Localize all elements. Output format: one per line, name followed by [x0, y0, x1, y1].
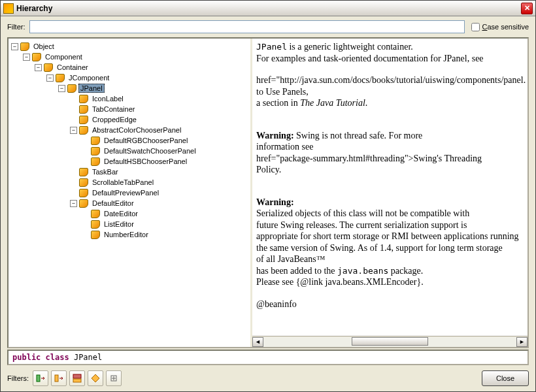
class-icon: [32, 53, 41, 61]
case-sensitive-checkbox[interactable]: Case sensitive: [471, 23, 529, 31]
tree-node[interactable]: Object: [31, 42, 56, 51]
doc-text: future Swing releases. The current seria…: [256, 220, 524, 231]
svg-rect-0: [37, 375, 40, 382]
filter-bar: Filter: Case sensitive: [1, 16, 535, 36]
class-icon: [79, 168, 88, 176]
tree-node[interactable]: CroppedEdge: [90, 115, 139, 124]
class-icon: [44, 63, 53, 72]
doc-text: the same version of Swing. As of 1.4, su…: [256, 242, 524, 254]
filter-fields-button[interactable]: [33, 370, 48, 386]
hierarchy-window: Hierarchy ✕ Filter: Case sensitive −Obje…: [0, 0, 536, 392]
tree-node[interactable]: IconLabel: [90, 94, 126, 103]
doc-text: appropriate for short term storage or RM…: [256, 231, 524, 242]
doc-text: Policy.: [256, 164, 524, 176]
tree-node[interactable]: DefaultHSBChooserPanel: [102, 157, 189, 166]
main-split: −Object −Component −Container −JComponen…: [7, 37, 529, 348]
filter-static-button[interactable]: [51, 370, 67, 386]
class-icon: [79, 199, 88, 208]
class-icon: [79, 95, 88, 103]
tree-node[interactable]: NumberEditor: [102, 230, 150, 239]
bottom-bar: Filters: Close: [1, 368, 535, 391]
window-close-icon[interactable]: ✕: [521, 3, 533, 14]
window-title: Hierarchy: [16, 4, 521, 13]
class-icon: [91, 157, 100, 166]
class-icon: [56, 74, 65, 82]
filter-label: Filter:: [7, 23, 25, 31]
filter-input[interactable]: [29, 20, 465, 33]
signature-bar: public class JPanel: [7, 350, 529, 365]
tree-node[interactable]: DateEditor: [102, 209, 140, 218]
tree-node[interactable]: ListEditor: [102, 220, 136, 229]
filter-nonpublic-button[interactable]: [88, 370, 103, 386]
app-icon: [3, 3, 14, 14]
expand-toggle[interactable]: −: [58, 85, 65, 92]
doc-text: has been added to the: [256, 266, 337, 276]
titlebar: Hierarchy ✕: [1, 1, 535, 16]
class-icon: [91, 147, 100, 155]
class-icon: [79, 178, 88, 187]
tree-node[interactable]: TaskBar: [90, 167, 120, 176]
expand-all-button[interactable]: [106, 370, 122, 386]
tree-node[interactable]: JComponent: [67, 73, 111, 82]
doc-text: is a generic lightweight container.: [287, 42, 413, 52]
tree-node[interactable]: DefaultPreviewPanel: [90, 188, 161, 197]
doc-text: For examples and task-oriented documenta…: [256, 53, 524, 65]
doc-text: Warning:: [256, 131, 294, 140]
close-button[interactable]: Close: [482, 370, 529, 386]
tree-node[interactable]: Component: [43, 52, 84, 61]
doc-text: java.beans: [337, 266, 388, 276]
doc-text: Warning:: [256, 197, 294, 207]
doc-text: JPanel: [256, 42, 287, 52]
expand-toggle[interactable]: −: [46, 74, 54, 82]
svg-rect-1: [55, 375, 58, 382]
tree-node[interactable]: ScrollableTabPanel: [90, 178, 156, 187]
class-icon: [79, 116, 88, 124]
class-icon: [91, 137, 100, 145]
class-icon: [91, 210, 100, 218]
scroll-track[interactable]: [263, 337, 516, 347]
class-icon: [91, 231, 100, 239]
doc-text: a section in: [256, 98, 300, 108]
expand-toggle[interactable]: −: [70, 200, 77, 207]
tree-node[interactable]: DefaultEditor: [90, 199, 136, 208]
doc-text: href="package-summary.html#threading">Sw…: [256, 153, 524, 165]
documentation-pane: JPanel is a generic lightweight containe…: [252, 39, 528, 347]
scroll-right-icon[interactable]: ►: [516, 337, 528, 347]
class-icon: [79, 126, 88, 135]
class-icon: [67, 84, 76, 93]
class-icon: [79, 189, 88, 197]
doc-text: package.: [388, 266, 423, 276]
case-sensitive-label: Case sensitive: [482, 23, 529, 31]
tree-node[interactable]: TabContainer: [90, 105, 137, 114]
filter-inherited-button[interactable]: [69, 370, 85, 386]
tree-node[interactable]: DefaultSwatchChooserPanel: [102, 146, 198, 155]
doc-text: Please see {@link java.beans.XMLEncoder}…: [256, 276, 524, 288]
doc-text: @beaninfo: [256, 299, 524, 310]
filters-label: Filters:: [7, 374, 29, 382]
tree-node[interactable]: Container: [55, 63, 90, 72]
signature-class: JPanel: [74, 353, 102, 362]
documentation-content[interactable]: JPanel is a generic lightweight containe…: [252, 39, 528, 336]
doc-text: Swing is not thread safe. For more: [294, 131, 423, 140]
svg-rect-3: [73, 379, 81, 382]
tree-node[interactable]: AbstractColorChooserPanel: [90, 125, 183, 135]
svg-rect-2: [73, 374, 81, 378]
tree-node-selected[interactable]: JPanel: [78, 84, 105, 93]
case-sensitive-box[interactable]: [471, 23, 480, 31]
scroll-left-icon[interactable]: ◄: [252, 337, 263, 347]
expand-toggle[interactable]: −: [11, 43, 18, 50]
doc-text: to Use Panels,: [256, 86, 524, 98]
horizontal-scrollbar[interactable]: ◄ ►: [252, 336, 528, 347]
scroll-thumb[interactable]: [352, 337, 427, 346]
hierarchy-tree[interactable]: −Object −Component −Container −JComponen…: [8, 39, 250, 347]
class-icon: [20, 42, 29, 51]
tree-node[interactable]: DefaultRGBChooserPanel: [102, 136, 190, 145]
doc-text: href="http://java.sun.com/docs/books/tut…: [256, 74, 524, 86]
expand-toggle[interactable]: −: [23, 54, 30, 61]
signature-keywords: public class: [12, 353, 74, 362]
doc-text: information see: [256, 141, 524, 153]
class-icon: [91, 220, 100, 229]
expand-toggle[interactable]: −: [70, 127, 77, 134]
expand-toggle[interactable]: −: [35, 64, 42, 71]
doc-text: .: [365, 98, 368, 108]
